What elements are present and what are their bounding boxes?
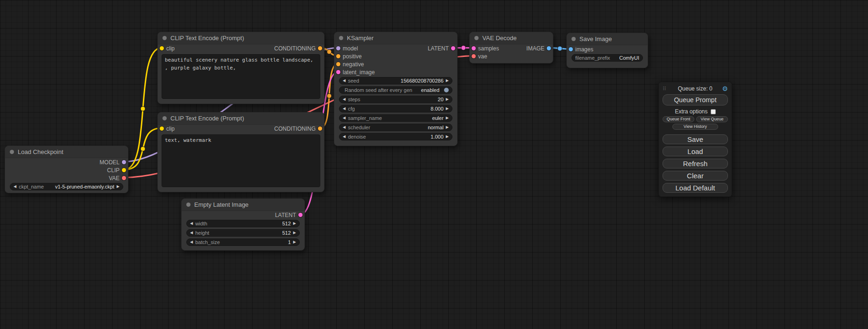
decrement-arrow-icon[interactable]: ◀	[343, 79, 346, 83]
input-slot-label: samples	[478, 45, 499, 52]
cfg-widget[interactable]: ◀ cfg 8.000 ▶	[339, 105, 452, 112]
negative-input-connector[interactable]	[336, 62, 340, 66]
vae-output-connector[interactable]	[122, 176, 126, 180]
extra-options-checkbox[interactable]	[711, 109, 716, 114]
conditioning-output-connector[interactable]	[318, 126, 322, 131]
increment-arrow-icon[interactable]: ▶	[293, 231, 296, 235]
clip-input-connector[interactable]	[160, 46, 164, 50]
latent-image-input-connector[interactable]	[336, 70, 340, 74]
decrement-arrow-icon[interactable]: ◀	[190, 240, 193, 244]
decrement-arrow-icon[interactable]: ◀	[343, 116, 346, 120]
link-midpoint-dot	[557, 46, 562, 51]
view-history-button[interactable]: View History	[672, 124, 718, 130]
increment-arrow-icon[interactable]: ▶	[446, 107, 449, 111]
clip-output-connector[interactable]	[122, 168, 126, 172]
node-clip-text-encode-negative[interactable]: CLIP Text Encode (Prompt) clip CONDITION…	[157, 112, 325, 192]
decrement-arrow-icon[interactable]: ◀	[343, 98, 346, 101]
link-midpoint-dot	[141, 106, 145, 111]
model-output-connector[interactable]	[122, 160, 126, 164]
width-widget[interactable]: ◀ width 512 ▶	[186, 220, 300, 227]
node-save-image[interactable]: Save Image images filename_prefix ComfyU…	[566, 33, 648, 68]
node-empty-latent-image[interactable]: Empty Latent Image LATENT ◀ width 512 ▶ …	[181, 198, 305, 251]
decrement-arrow-icon[interactable]: ◀	[343, 107, 346, 111]
latent-output-connector[interactable]	[298, 213, 303, 217]
node-title-bar[interactable]: Empty Latent Image	[182, 199, 304, 211]
ckpt-name-widget[interactable]: ◀ ckpt_name v1-5-pruned-emaonly.ckpt ▶	[10, 183, 123, 190]
decrement-arrow-icon[interactable]: ◀	[190, 222, 193, 225]
random-seed-toggle-widget[interactable]: Random seed after every gen enabled	[339, 86, 452, 94]
toggle-knob[interactable]	[444, 88, 449, 92]
decrement-arrow-icon[interactable]: ◀	[343, 135, 346, 139]
images-input-connector[interactable]	[569, 47, 573, 51]
output-slot-label: LATENT	[428, 45, 449, 52]
vae-input-connector[interactable]	[472, 54, 476, 58]
increment-arrow-icon[interactable]: ▶	[446, 79, 449, 83]
clear-button[interactable]: Clear	[663, 171, 728, 181]
view-queue-button[interactable]: View Queue	[696, 116, 728, 122]
widget-value: 1.000	[430, 134, 444, 140]
queue-front-button[interactable]: Queue Front	[663, 116, 694, 122]
seed-widget[interactable]: ◀ seed 156680208700286 ▶	[339, 77, 452, 84]
increment-arrow-icon[interactable]: ▶	[293, 222, 296, 225]
height-widget[interactable]: ◀ height 512 ▶	[186, 229, 300, 237]
scheduler-widget[interactable]: ◀ scheduler normal ▶	[339, 124, 452, 131]
node-title-text: VAE Decode	[482, 35, 516, 42]
filename-prefix-widget[interactable]: filename_prefix ComfyUI	[572, 54, 643, 62]
node-load-checkpoint[interactable]: Load Checkpoint MODEL CLIP VAE	[5, 146, 128, 193]
extra-options-label: Extra options	[675, 108, 707, 115]
node-graph-canvas[interactable]: Load Checkpoint MODEL CLIP VAE	[0, 0, 868, 329]
conditioning-output-connector[interactable]	[318, 46, 322, 50]
sampler-name-widget[interactable]: ◀ sampler_name euler ▶	[339, 114, 452, 122]
node-title-bar[interactable]: CLIP Text Encode (Prompt)	[158, 32, 324, 44]
increment-arrow-icon[interactable]: ▶	[117, 185, 120, 189]
node-title-bar[interactable]: KSampler	[334, 32, 457, 44]
increment-arrow-icon[interactable]: ▶	[293, 240, 296, 244]
load-default-button[interactable]: Load Default	[663, 183, 728, 193]
output-slot-label: CLIP	[107, 167, 120, 174]
drag-handle-icon[interactable]: ⠿	[663, 86, 666, 92]
node-title-bar[interactable]: CLIP Text Encode (Prompt)	[158, 112, 324, 125]
node-status-dot	[186, 203, 191, 207]
widget-name: seed	[348, 78, 359, 84]
refresh-button[interactable]: Refresh	[663, 159, 728, 168]
queue-prompt-button[interactable]: Queue Prompt	[663, 94, 728, 105]
decrement-arrow-icon[interactable]: ◀	[14, 185, 16, 189]
steps-widget[interactable]: ◀ steps 20 ▶	[339, 96, 452, 103]
increment-arrow-icon[interactable]: ▶	[446, 126, 449, 129]
positive-input-connector[interactable]	[336, 54, 340, 58]
node-title-bar[interactable]: Load Checkpoint	[5, 146, 128, 158]
widget-value: 512	[282, 230, 290, 236]
model-input-connector[interactable]	[336, 46, 340, 50]
widget-name: sampler_name	[348, 115, 382, 121]
increment-arrow-icon[interactable]: ▶	[446, 135, 449, 139]
clip-input-connector[interactable]	[160, 126, 164, 131]
samples-input-connector[interactable]	[472, 46, 476, 50]
node-status-dot	[474, 36, 479, 40]
image-output-connector[interactable]	[547, 46, 551, 50]
save-button[interactable]: Save	[663, 134, 728, 144]
input-slot-label: clip	[166, 45, 175, 52]
load-button[interactable]: Load	[663, 147, 728, 156]
latent-output-connector[interactable]	[451, 46, 455, 50]
increment-arrow-icon[interactable]: ▶	[446, 98, 449, 101]
settings-gear-icon[interactable]: ⚙	[722, 85, 728, 92]
node-title-text: Empty Latent Image	[194, 201, 248, 208]
decrement-arrow-icon[interactable]: ◀	[190, 231, 193, 235]
denoise-widget[interactable]: ◀ denoise 1.000 ▶	[339, 133, 452, 140]
node-title-bar[interactable]: Save Image	[567, 33, 648, 45]
node-vae-decode[interactable]: VAE Decode samples IMAGE vae	[469, 32, 553, 63]
batch-size-widget[interactable]: ◀ batch_size 1 ▶	[186, 238, 300, 246]
increment-arrow-icon[interactable]: ▶	[446, 116, 449, 120]
positive-prompt-textarea[interactable]: beautiful scenery nature glass bottle la…	[162, 54, 320, 99]
node-ksampler[interactable]: KSampler model LATENT positive	[334, 32, 458, 146]
negative-prompt-textarea[interactable]: text, watermark	[162, 134, 320, 187]
decrement-arrow-icon[interactable]: ◀	[343, 126, 346, 129]
node-status-dot	[10, 150, 14, 154]
node-clip-text-encode-positive[interactable]: CLIP Text Encode (Prompt) clip CONDITION…	[157, 32, 325, 104]
input-slot-label: model	[343, 45, 358, 52]
input-slot-label: negative	[343, 61, 364, 68]
output-slot-label: IMAGE	[526, 45, 544, 52]
queue-panel[interactable]: ⠿ Queue size: 0 ⚙ Queue Prompt Extra opt…	[658, 82, 732, 197]
widget-name: denoise	[348, 134, 366, 140]
node-title-bar[interactable]: VAE Decode	[470, 32, 553, 44]
